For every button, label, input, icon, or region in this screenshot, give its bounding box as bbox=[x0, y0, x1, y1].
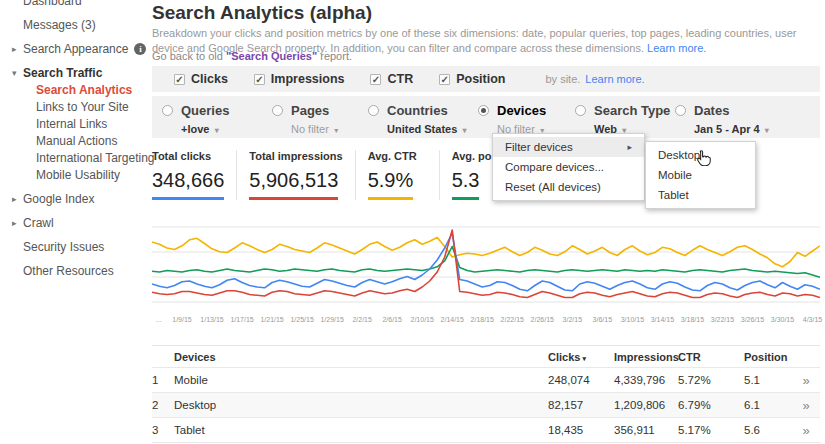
metrics-learn-more-link[interactable]: Learn more. bbox=[585, 73, 644, 85]
sidebar-item-other-resources[interactable]: Other Resources bbox=[12, 264, 152, 278]
menu-item-filter-devices[interactable]: Filter devices▸ bbox=[493, 137, 644, 157]
checkbox-checked-icon[interactable]: ✓ bbox=[254, 74, 265, 85]
expand-row-icon[interactable]: » bbox=[792, 423, 820, 438]
table-row-mobile[interactable]: 1Mobile248,0744,339,7965.72%5.1» bbox=[152, 368, 820, 393]
metric-checkbox-position[interactable]: ✓Position bbox=[439, 72, 505, 86]
series-line-position bbox=[152, 247, 820, 278]
column-header-devices[interactable]: Devices bbox=[174, 351, 548, 363]
metrics-toolbar: ✓Clicks✓Impressions✓CTR✓Position by site… bbox=[152, 66, 820, 92]
expand-row-icon[interactable]: » bbox=[792, 373, 820, 388]
go-back-line: Go back to old "Search Queries" report. bbox=[152, 50, 352, 62]
dimension-filter-value[interactable]: Jan 5 - Apr 4 ▾ bbox=[694, 123, 769, 135]
sidebar-item-label: Search Analytics bbox=[36, 83, 132, 97]
go-back-suffix: report. bbox=[317, 50, 352, 62]
cell-clicks: 82,157 bbox=[548, 399, 614, 411]
sidebar-item-dashboard[interactable]: Dashboard bbox=[12, 0, 152, 8]
column-header-clicks[interactable]: Clicks▾ bbox=[548, 351, 614, 363]
radio-unselected-icon[interactable] bbox=[368, 105, 379, 116]
learn-more-link[interactable]: Learn more. bbox=[647, 42, 706, 54]
x-axis-tick-label: 2/2/15 bbox=[352, 316, 371, 323]
column-header-ctr[interactable]: CTR bbox=[678, 351, 744, 363]
cell-clicks: 18,435 bbox=[548, 424, 614, 436]
sidebar-item-search-analytics[interactable]: Search Analytics bbox=[12, 83, 152, 97]
cell-position: 6.1 bbox=[744, 399, 792, 411]
checkbox-checked-icon[interactable]: ✓ bbox=[174, 74, 185, 85]
sidebar-item-internal-links[interactable]: Internal Links bbox=[12, 117, 152, 131]
checkbox-checked-icon[interactable]: ✓ bbox=[370, 74, 381, 85]
cell-clicks: 248,074 bbox=[548, 374, 614, 386]
sidebar-item-google-index[interactable]: ▸Google Index bbox=[12, 192, 152, 206]
chevron-right-icon: ▸ bbox=[12, 218, 23, 228]
x-axis-tick-label: 1/17/15 bbox=[230, 316, 253, 323]
cell-impressions: 356,911 bbox=[614, 424, 678, 436]
submenu-item-label: Desktop bbox=[658, 145, 700, 165]
sidebar-item-links-to-your-site[interactable]: Links to Your Site bbox=[12, 100, 152, 114]
dimension-queries[interactable]: Queries+love ▾ bbox=[162, 103, 229, 135]
submenu-item-tablet[interactable]: Tablet bbox=[646, 185, 755, 205]
x-axis-tick-label: 1/9/15 bbox=[172, 316, 191, 323]
cell-ctr: 5.17% bbox=[678, 424, 744, 436]
dimension-toolbar: Queries+love ▾PagesNo filter ▾CountriesU… bbox=[152, 96, 820, 138]
total-total-clicks: Total clicks348,666 bbox=[152, 150, 237, 200]
sidebar-item-search-traffic[interactable]: ▾Search Traffic bbox=[12, 66, 152, 80]
metric-checkbox-clicks[interactable]: ✓Clicks bbox=[174, 72, 228, 86]
table-row-desktop[interactable]: 2Desktop82,1571,209,8066.79%6.1» bbox=[152, 393, 820, 418]
sidebar-item-security-issues[interactable]: Security Issues bbox=[12, 240, 152, 254]
cell-device: Desktop bbox=[174, 399, 548, 411]
sidebar-item-mobile-usability[interactable]: Mobile Usability bbox=[12, 168, 152, 182]
sidebar-item-manual-actions[interactable]: Manual Actions bbox=[12, 134, 152, 148]
dimension-pages[interactable]: PagesNo filter ▾ bbox=[272, 103, 338, 135]
sidebar-item-messages-3[interactable]: Messages (3) bbox=[12, 18, 152, 32]
dimension-row: Pages bbox=[272, 103, 338, 118]
menu-item-reset-all-devices[interactable]: Reset (All devices) bbox=[493, 177, 644, 197]
x-axis-tick-label: 1/21/15 bbox=[260, 316, 283, 323]
column-header-position[interactable]: Position bbox=[744, 351, 792, 363]
table-row-tablet[interactable]: 3Tablet18,435356,9115.17%5.6» bbox=[152, 418, 820, 443]
total-value: 5.9% bbox=[368, 169, 414, 200]
chevron-down-icon: ▾ bbox=[12, 68, 23, 78]
cell-device: Tablet bbox=[174, 424, 548, 436]
column-header-impressions[interactable]: Impressions bbox=[614, 351, 678, 363]
x-axis-tick-label: 3/10/15 bbox=[621, 316, 644, 323]
dimension-countries[interactable]: CountriesUnited States ▾ bbox=[368, 103, 467, 135]
metric-checkbox-label: Impressions bbox=[271, 72, 345, 86]
dimension-row: Countries bbox=[368, 103, 467, 118]
timeseries-chart: ...1/9/151/13/151/17/151/21/151/25/151/2… bbox=[152, 222, 820, 334]
x-axis-tick-label: 2/26/15 bbox=[531, 316, 554, 323]
table-header-row: DevicesClicks▾ImpressionsCTRPosition bbox=[152, 346, 820, 368]
checkbox-checked-icon[interactable]: ✓ bbox=[439, 74, 450, 85]
dimension-filter-value[interactable]: No filter ▾ bbox=[291, 123, 338, 135]
sidebar-item-international-targeting[interactable]: International Targeting bbox=[12, 151, 152, 165]
radio-unselected-icon[interactable] bbox=[162, 105, 173, 116]
dimension-filter-value[interactable]: +love ▾ bbox=[181, 123, 229, 135]
x-axis-tick-label: 3/18/15 bbox=[681, 316, 704, 323]
sidebar-item-crawl[interactable]: ▸Crawl bbox=[12, 216, 152, 230]
total-total-impressions: Total impressions5,906,513 bbox=[249, 150, 355, 200]
sidebar-item-label: Search Appearance bbox=[23, 42, 128, 56]
metric-checkbox-ctr[interactable]: ✓CTR bbox=[370, 72, 413, 86]
dimension-filter-value[interactable]: United States ▾ bbox=[387, 123, 467, 135]
expand-row-icon[interactable]: » bbox=[792, 398, 820, 413]
sidebar-item-label: Manual Actions bbox=[36, 134, 117, 148]
search-queries-link[interactable]: "Search Queries" bbox=[226, 50, 317, 62]
dimension-search-type[interactable]: Search TypeWeb ▾ bbox=[575, 103, 670, 135]
sidebar-item-label: Crawl bbox=[23, 216, 54, 230]
totals-summary: Total clicks348,666Total impressions5,90… bbox=[152, 150, 546, 200]
metric-checkbox-impressions[interactable]: ✓Impressions bbox=[254, 72, 345, 86]
devices-table: DevicesClicks▾ImpressionsCTRPosition1Mob… bbox=[152, 345, 820, 443]
menu-item-compare-devices[interactable]: Compare devices... bbox=[493, 157, 644, 177]
dimension-label: Devices bbox=[497, 103, 546, 118]
cell-ctr: 6.79% bbox=[678, 399, 744, 411]
dimension-label: Pages bbox=[291, 103, 329, 118]
submenu-item-mobile[interactable]: Mobile bbox=[646, 165, 755, 185]
dimension-row: Search Type bbox=[575, 103, 670, 118]
sidebar-item-search-appearance[interactable]: ▸Search Appearancei bbox=[12, 42, 152, 56]
radio-unselected-icon[interactable] bbox=[675, 105, 686, 116]
dimension-devices[interactable]: DevicesNo filter ▾ bbox=[478, 103, 546, 135]
radio-unselected-icon[interactable] bbox=[272, 105, 283, 116]
sidebar-item-label: Google Index bbox=[23, 192, 94, 206]
radio-selected-icon[interactable] bbox=[478, 105, 489, 116]
dimension-row: Queries bbox=[162, 103, 229, 118]
radio-unselected-icon[interactable] bbox=[575, 105, 586, 116]
dimension-dates[interactable]: DatesJan 5 - Apr 4 ▾ bbox=[675, 103, 769, 135]
